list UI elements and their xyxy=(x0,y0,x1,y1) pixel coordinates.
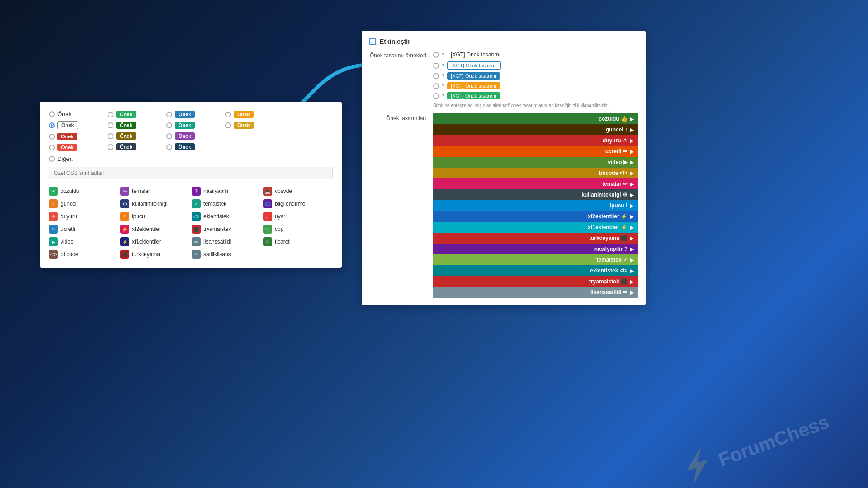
tag-ipucu[interactable]: ! ipucu xyxy=(120,212,190,221)
bar-guncel[interactable]: guncel ↑ ▶ xyxy=(433,124,638,135)
bar-tryamaistek[interactable]: tryamaistek ⬛ ▶ xyxy=(433,276,638,287)
bar-tryamaistek-label: tryamaistek ⬛ xyxy=(589,278,627,285)
radio-olive[interactable]: Önek xyxy=(108,132,153,140)
tag-turkceyama[interactable]: ⬛ turkceyama xyxy=(120,250,190,259)
tag-xf1eklentiler[interactable]: ⚡ xf1eklentiler xyxy=(120,237,190,246)
bar-turkceyama[interactable]: turkceyama ⬛ ▶ xyxy=(433,233,638,244)
tag-tryamaistek[interactable]: ⬛ tryamaistek xyxy=(192,225,261,234)
tag-cozuldu[interactable]: ✔ cozuldu xyxy=(49,187,118,196)
radio-onek-red[interactable]: Önek xyxy=(49,144,94,151)
tag-ticaret[interactable]: 🛒 ticaret xyxy=(263,237,333,246)
onek-option-4[interactable]: ? [XGT] Önek tasarımı xyxy=(433,82,504,89)
bar-lisanssatildi-arrow: ▶ xyxy=(630,290,634,295)
bar-xf1eklentiler[interactable]: xf1eklentiler ⚡ ▶ xyxy=(433,222,638,233)
bar-nasilyapilir[interactable]: nasilyapilir ? ▶ xyxy=(433,244,638,254)
ticaret-label: ticaret xyxy=(275,239,290,245)
radio-purple[interactable]: Önek xyxy=(166,132,212,140)
onek-tasarimi-ornekleri-row: Önek tasarımı örnekleri: ? [XGT] Önek ta… xyxy=(369,51,638,99)
radio-circle-8 xyxy=(108,144,113,150)
bar-xf2eklentiler-arrow: ▶ xyxy=(630,214,634,219)
bar-duyuru[interactable]: duyuru ⚠ ▶ xyxy=(433,135,638,146)
ipucu-label: ipucu xyxy=(132,213,145,220)
bar-temalar-arrow: ▶ xyxy=(630,182,634,187)
bar-lisanssatildi-label: lisanssatildi ✏ xyxy=(590,289,627,296)
radio-circle-1 xyxy=(49,111,55,117)
bar-ucretli-label: ucretli ✏ xyxy=(605,148,627,155)
bar-temalar[interactable]: temalar ✏ ▶ xyxy=(433,178,638,189)
bar-kullanimteknigi[interactable]: kullanimteknigi ⚙ ▶ xyxy=(433,189,638,200)
bar-ucretli[interactable]: ucretli ✏ ▶ xyxy=(433,146,638,157)
radio-navy[interactable]: Önek xyxy=(166,143,212,150)
tag-nasilyapilir[interactable]: ? nasilyapilir xyxy=(192,187,261,196)
bar-temaistek[interactable]: temaistek ✓ ▶ xyxy=(433,254,638,265)
xgt-green-label: [XGT] Önek tasarımı xyxy=(447,92,500,99)
tag-bilgilendirme[interactable]: 🌐 bilgilendirme xyxy=(263,199,333,208)
lisanssatildi-label: lisanssatildi xyxy=(203,239,231,245)
bar-ipucu[interactable]: ipucu ! ▶ xyxy=(433,200,638,211)
tag-temaistek[interactable]: ✓ temaistek xyxy=(192,199,261,208)
nasilyapilir-label: nasilyapilir xyxy=(203,188,229,194)
tag-vpsvde[interactable]: 💻 vpsvde xyxy=(263,187,333,196)
tag-bbcode[interactable]: </> bbcode xyxy=(49,250,118,259)
tag-xf2eklentiler[interactable]: ⚡ xf2eklentiler xyxy=(120,225,190,234)
cozuldu-label: cozuldu xyxy=(61,188,79,194)
radio-diger[interactable] xyxy=(49,156,55,162)
tag-satiliklisans[interactable]: ✏ satiliklisans xyxy=(192,250,261,259)
checkbox-icon[interactable]: ✓ xyxy=(369,38,376,45)
bar-duyuru-label: duyuru ⚠ xyxy=(603,137,627,144)
bbcode-label: bbcode xyxy=(61,251,78,258)
bar-bbcode[interactable]: bbcode </> ▶ xyxy=(433,168,638,178)
bar-bbcode-label: bbcode </> xyxy=(599,170,627,176)
tag-uyari[interactable]: ⚠ uyari xyxy=(263,212,333,221)
tag-video[interactable]: ▶ video xyxy=(49,237,118,246)
radio-dark[interactable]: Önek xyxy=(108,143,153,150)
badge-teal: Önek xyxy=(175,122,195,129)
bar-xf2eklentiler[interactable]: xf2eklentiler ⚡ ▶ xyxy=(433,211,638,222)
watermark-text: ForumChess xyxy=(715,411,831,470)
bar-lisanssatildi[interactable]: lisanssatildi ✏ ▶ xyxy=(433,287,638,298)
help-icon-3: ? xyxy=(442,73,444,79)
tryamaistek-icon: ⬛ xyxy=(192,225,201,234)
radio-circle-10 xyxy=(166,122,172,128)
bar-turkceyama-label: turkceyama ⬛ xyxy=(589,235,627,241)
bar-duyuru-arrow: ▶ xyxy=(630,138,634,143)
radio-yellow1[interactable]: Önek xyxy=(225,111,270,118)
radio-blue1[interactable]: Önek xyxy=(166,111,212,118)
bar-cozuldu[interactable]: cozuldu 👍 ▶ xyxy=(433,113,638,124)
onek-option-3[interactable]: ? [XGT] Önek tasarımı xyxy=(433,72,504,80)
bar-video[interactable]: video ▶ ▶ xyxy=(433,157,638,168)
tag-temalar[interactable]: ✏ temalar xyxy=(120,187,190,196)
tag-eklentistek[interactable]: </> eklentistek xyxy=(192,212,261,221)
tag-guncel[interactable]: ↑ guncel xyxy=(49,199,118,208)
radio-teal[interactable]: Önek xyxy=(166,122,212,129)
css-input[interactable] xyxy=(49,167,333,179)
onek-option-1[interactable]: ? [XGT] Önek tasarımı xyxy=(433,51,504,59)
radio-onek-orange[interactable]: Önek xyxy=(49,133,94,140)
right-panel: ✓ Etkinleştir Önek tasarımı örnekleri: ?… xyxy=(362,31,646,305)
cop-label: cop xyxy=(275,226,283,232)
radio-onek-plain[interactable]: Önek xyxy=(49,111,94,117)
bar-tryamaistek-arrow: ▶ xyxy=(630,279,634,284)
bar-xf2eklentiler-label: xf2eklentiler ⚡ xyxy=(588,213,627,220)
tag-lisanssatildi[interactable]: ✏ lisanssatildi xyxy=(192,237,261,246)
tag-ucretli[interactable]: ✏ ucretli xyxy=(49,225,118,234)
ucretli-icon: ✏ xyxy=(49,225,58,234)
bar-eklentistek[interactable]: eklentistek </> ▶ xyxy=(433,265,638,276)
bar-cozuldu-arrow: ▶ xyxy=(630,117,634,122)
radio-onek-checked[interactable]: Önek xyxy=(49,121,94,129)
tag-kullanimteknigi[interactable]: ⚙ kullanimteknigi xyxy=(120,199,190,208)
turkceyama-icon: ⬛ xyxy=(120,250,129,259)
radio-green2[interactable]: Önek xyxy=(108,122,153,129)
bar-nasilyapilir-label: nasilyapilir ? xyxy=(594,246,627,252)
badge-yellow2: Önek xyxy=(234,122,254,129)
radio-green1[interactable]: Önek xyxy=(108,111,153,118)
onek-option-2[interactable]: ? [XGT] Önek tasarımı xyxy=(433,61,504,70)
onek-options: ? [XGT] Önek tasarımı ? [XGT] Önek tasar… xyxy=(433,51,504,99)
temaistek-label: temaistek xyxy=(203,201,226,207)
tag-duyuru[interactable]: ⚠ duyuru xyxy=(49,212,118,221)
onek-option-5[interactable]: ? [XGT] Önek tasarımı xyxy=(433,92,504,99)
right-header: ✓ Etkinleştir xyxy=(369,38,638,45)
radio-yellow2[interactable]: Önek xyxy=(225,122,270,129)
tag-cop[interactable]: 🛒 cop xyxy=(263,225,333,234)
color-bars: cozuldu 👍 ▶ guncel ↑ ▶ duyuru ⚠ ▶ ucretl… xyxy=(433,113,638,298)
